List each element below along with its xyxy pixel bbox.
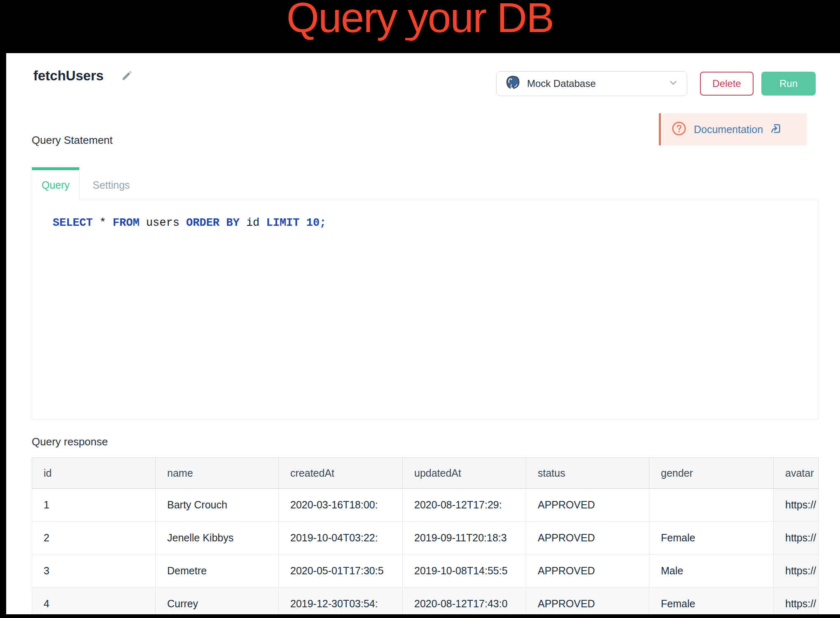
resource-selector[interactable]: Mock Database <box>496 71 687 96</box>
sql-token: 10; <box>300 217 327 229</box>
table-cell-name: Barty Crouch <box>156 489 279 522</box>
documentation-label: Documentation <box>694 124 763 136</box>
resource-selector-value: Mock Database <box>527 78 596 89</box>
sql-token: ORDER BY <box>186 217 240 229</box>
query-name-row: fetchUsers <box>33 68 132 84</box>
table-row: 3Demetre2020-05-01T17:30:52019-10-08T14:… <box>32 555 819 588</box>
banner-title: Query your DB <box>0 0 840 40</box>
documentation-banner: Documentation <box>659 113 807 145</box>
table-cell-updatedAt: 2019-09-11T20:18:3 <box>403 522 526 555</box>
query-name-title: fetchUsers <box>33 68 104 84</box>
tab-settings[interactable]: Settings <box>79 167 143 200</box>
table-cell-status: APPROVED <box>526 489 649 522</box>
table-cell-updatedAt: 2020-08-12T17:43:0 <box>403 588 526 615</box>
response-table-container: id name createdAt updatedAt status gende… <box>32 457 819 614</box>
table-cell-name: Demetre <box>156 555 279 588</box>
table-cell-avatar: https:// <box>774 489 819 522</box>
documentation-accent-bar <box>659 113 661 145</box>
table-cell-gender: Female <box>649 522 774 555</box>
chevron-down-icon <box>668 77 679 90</box>
table-header-row: id name createdAt updatedAt status gende… <box>32 458 819 489</box>
open-documentation-icon <box>770 123 781 136</box>
app-panel: fetchUsers Mock Database Delete Run <box>6 53 840 614</box>
table-cell-status: APPROVED <box>526 522 649 555</box>
page-banner: Query your DB <box>0 0 840 40</box>
column-header-name: name <box>156 458 279 489</box>
table-cell-status: APPROVED <box>526 555 649 588</box>
table-row: 1Barty Crouch2020-03-16T18:00:2020-08-12… <box>32 489 819 522</box>
table-row: 2Jenelle Kibbys2019-10-04T03:22:2019-09-… <box>32 522 819 555</box>
table-cell-avatar: https:// <box>774 588 819 615</box>
sql-token: id <box>240 217 266 229</box>
column-header-avatar: avatar <box>774 458 819 489</box>
table-cell-createdAt: 2020-03-16T18:00: <box>279 489 403 522</box>
table-cell-id: 1 <box>32 489 156 522</box>
response-table: id name createdAt updatedAt status gende… <box>32 457 819 614</box>
question-circle-icon <box>672 121 686 138</box>
column-header-gender: gender <box>649 458 774 489</box>
table-cell-createdAt: 2019-10-04T03:22: <box>279 522 403 555</box>
table-cell-gender: Female <box>649 588 774 615</box>
query-response-label: Query response <box>32 435 108 448</box>
table-cell-avatar: https:// <box>774 555 819 588</box>
run-button[interactable]: Run <box>761 72 816 96</box>
edit-pencil-icon[interactable] <box>121 70 132 82</box>
table-cell-updatedAt: 2019-10-08T14:55:5 <box>403 555 526 588</box>
sql-statement: SELECT * FROM users ORDER BY id LIMIT 10… <box>32 200 818 229</box>
column-header-status: status <box>526 458 649 489</box>
postgresql-icon <box>505 75 520 92</box>
statement-tabs: Query Settings <box>32 167 143 200</box>
column-header-createdAt: createdAt <box>279 458 403 489</box>
table-cell-gender <box>649 489 774 522</box>
sql-token: SELECT <box>53 217 93 229</box>
table-cell-createdAt: 2020-05-01T17:30:5 <box>279 555 403 588</box>
table-cell-status: APPROVED <box>526 588 649 615</box>
table-cell-id: 4 <box>32 588 156 615</box>
sql-token: * <box>93 217 113 229</box>
table-cell-updatedAt: 2020-08-12T17:29: <box>403 489 526 522</box>
delete-button[interactable]: Delete <box>700 72 754 96</box>
response-table-body: 1Barty Crouch2020-03-16T18:00:2020-08-12… <box>32 489 819 615</box>
table-row: 4Currey2019-12-30T03:54:2020-08-12T17:43… <box>32 588 819 615</box>
sql-editor[interactable]: SELECT * FROM users ORDER BY id LIMIT 10… <box>32 200 818 419</box>
table-cell-id: 3 <box>32 555 156 588</box>
column-header-updatedAt: updatedAt <box>403 458 526 489</box>
table-cell-name: Currey <box>156 588 279 615</box>
banner-underscore-mark <box>405 38 410 40</box>
query-statement-label: Query Statement <box>32 134 113 147</box>
table-cell-name: Jenelle Kibbys <box>156 522 279 555</box>
tab-query[interactable]: Query <box>32 167 79 200</box>
documentation-link[interactable]: Documentation <box>663 113 807 145</box>
column-header-id: id <box>32 458 156 489</box>
table-cell-gender: Male <box>649 555 774 588</box>
table-cell-createdAt: 2019-12-30T03:54: <box>279 588 403 615</box>
sql-token: users <box>140 217 186 229</box>
sql-token: LIMIT <box>266 217 300 229</box>
sql-token: FROM <box>113 217 140 229</box>
table-cell-avatar: https:// <box>774 522 819 555</box>
table-cell-id: 2 <box>32 522 156 555</box>
